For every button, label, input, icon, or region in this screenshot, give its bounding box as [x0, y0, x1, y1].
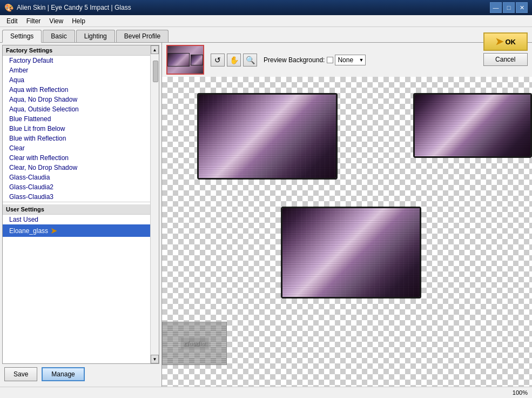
- tab-basic[interactable]: Basic: [43, 30, 75, 42]
- factory-settings-header: Factory Settings: [3, 45, 150, 56]
- glass-image-top-right: [413, 93, 532, 158]
- menu-bar: Edit Filter View Help: [0, 15, 532, 27]
- ok-label: OK: [506, 38, 516, 46]
- cancel-button[interactable]: Cancel: [483, 53, 528, 66]
- zoom-level: 100%: [513, 389, 528, 396]
- menu-view[interactable]: View: [45, 16, 68, 26]
- preview-bg-color-swatch: [327, 57, 333, 63]
- main-content: Factory Settings Factory Default Amber A…: [0, 43, 532, 387]
- scroll-thumb[interactable]: [153, 61, 158, 82]
- ok-cancel-area: ➤ OK Cancel: [483, 32, 528, 66]
- glass-image-top-left: [197, 93, 338, 180]
- list-item-blue-reflection[interactable]: Blue with Reflection: [3, 134, 150, 143]
- list-item-blue-flattened[interactable]: Blue Flattened: [3, 114, 150, 124]
- settings-scroll[interactable]: Factory Settings Factory Default Amber A…: [3, 45, 150, 363]
- menu-filter[interactable]: Filter: [22, 16, 45, 26]
- list-item-aqua[interactable]: Aqua: [3, 75, 150, 85]
- watermark-thumbnail: claudia: [162, 322, 227, 365]
- list-item-aqua-reflection[interactable]: Aqua with Reflection: [3, 85, 150, 95]
- scroll-down-arrow[interactable]: ▼: [151, 355, 159, 363]
- tab-settings[interactable]: Settings: [2, 30, 42, 43]
- user-settings-section: User Settings Last Used Eloane_glass ➤: [3, 202, 150, 239]
- ok-button[interactable]: ➤ OK: [483, 32, 528, 51]
- menu-edit[interactable]: Edit: [2, 16, 22, 26]
- reset-tool-button[interactable]: ↺: [211, 54, 225, 67]
- list-item-last-used[interactable]: Last Used: [3, 215, 150, 224]
- bottom-buttons: Save Manage: [2, 364, 159, 384]
- preview-bg-label: Preview Background:: [264, 56, 325, 64]
- list-scrollbar[interactable]: ▲ ▼: [150, 45, 159, 363]
- list-item-blue-lit[interactable]: Blue Lit from Below: [3, 124, 150, 134]
- tab-bevel-profile[interactable]: Bevel Profile: [116, 30, 169, 42]
- right-panel: ↺ ✋ 🔍 Preview Background: None White Bla…: [162, 43, 532, 387]
- left-panel: Factory Settings Factory Default Amber A…: [0, 43, 162, 387]
- watermark-text: claudia: [180, 337, 209, 349]
- ok-arrow-icon: ➤: [495, 36, 503, 48]
- scroll-up-arrow[interactable]: ▲: [151, 45, 159, 54]
- preview-thumbnail[interactable]: [166, 45, 204, 75]
- list-item-clear-reflection[interactable]: Clear with Reflection: [3, 153, 150, 163]
- zoom-icon: 🔍: [246, 56, 255, 64]
- settings-list-container: Factory Settings Factory Default Amber A…: [2, 45, 159, 364]
- hand-tool-button[interactable]: ✋: [227, 54, 241, 67]
- app-icon: 🎨: [4, 3, 14, 12]
- zoom-tool-button[interactable]: 🔍: [243, 54, 257, 67]
- user-settings-header: User Settings: [3, 204, 150, 215]
- list-item-clear[interactable]: Clear: [3, 143, 150, 153]
- save-button[interactable]: Save: [4, 367, 37, 381]
- manage-button[interactable]: Manage: [42, 367, 84, 381]
- hand-icon: ✋: [230, 56, 239, 64]
- tab-lighting[interactable]: Lighting: [76, 30, 115, 42]
- list-item-aqua-no-drop[interactable]: Aqua, No Drop Shadow: [3, 95, 150, 104]
- window-title: Alien Skin | Eye Candy 5 Impact | Glass: [17, 4, 490, 11]
- window-controls: — □ ✕: [490, 2, 528, 13]
- glass-image-bottom-center: [281, 207, 421, 298]
- toolbar-row: ↺ ✋ 🔍 Preview Background: None White Bla…: [162, 43, 532, 77]
- title-bar: 🎨 Alien Skin | Eye Candy 5 Impact | Glas…: [0, 0, 532, 15]
- close-button[interactable]: ✕: [516, 2, 528, 13]
- list-item-amber[interactable]: Amber: [3, 65, 150, 75]
- list-item-glass-claudia2[interactable]: Glass-Claudia2: [3, 182, 150, 192]
- list-item-factory-default[interactable]: Factory Default: [3, 56, 150, 65]
- preview-area[interactable]: claudia: [162, 77, 532, 387]
- selected-arrow-icon: ➤: [50, 225, 57, 236]
- tab-bar: Settings Basic Lighting Bevel Profile: [0, 27, 532, 43]
- maximize-button[interactable]: □: [503, 2, 515, 13]
- eloane-glass-label: Eloane_glass: [9, 227, 48, 235]
- list-item-glass-claudia3[interactable]: Glass-Claudia3: [3, 192, 150, 202]
- list-item-eloane-glass[interactable]: Eloane_glass ➤: [3, 224, 150, 237]
- list-item-glass-claudia[interactable]: Glass-Claudia: [3, 173, 150, 182]
- list-item-clear-no-drop[interactable]: Clear, No Drop Shadow: [3, 163, 150, 173]
- preview-bg-select[interactable]: None White Black: [335, 55, 366, 65]
- preview-bg-select-wrapper[interactable]: None White Black: [327, 55, 366, 65]
- minimize-button[interactable]: —: [490, 2, 502, 13]
- menu-help[interactable]: Help: [68, 16, 90, 26]
- status-bar: 100%: [0, 387, 532, 397]
- reset-icon: ↺: [214, 56, 221, 64]
- list-item-aqua-outside[interactable]: Aqua, Outside Selection: [3, 104, 150, 114]
